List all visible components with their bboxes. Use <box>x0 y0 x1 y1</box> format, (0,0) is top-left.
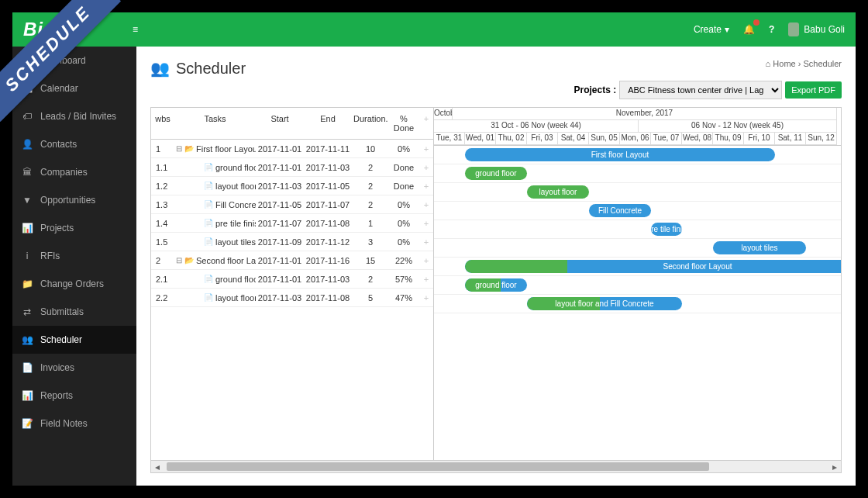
task-row[interactable]: 2.1📄ground floor2017-11-012017-11-03257%… <box>151 270 434 289</box>
add-task-icon[interactable]: + <box>424 182 429 191</box>
gantt-bar[interactable]: ground floor <box>465 278 527 292</box>
home-icon[interactable]: ⌂ <box>766 59 771 68</box>
cell-duration: 5 <box>352 289 389 307</box>
scroll-right-icon[interactable]: ▸ <box>828 462 841 472</box>
sidebar-icon: 👤 <box>22 139 33 150</box>
col-end[interactable]: End <box>304 108 352 140</box>
project-label: Projects : <box>574 85 616 95</box>
sidebar-icon: 📄 <box>22 362 33 373</box>
cell-task[interactable]: ⊟📂Second floor Lay <box>174 251 256 270</box>
project-select[interactable]: ABC Fitness town center drive | Laguna N… <box>619 81 782 99</box>
export-pdf-button[interactable]: Export PDF <box>785 81 842 99</box>
add-task-icon[interactable]: + <box>424 163 429 172</box>
task-row[interactable]: 1.5📄layout tiles2017-11-092017-11-1230%+ <box>151 233 434 251</box>
sidebar-item-field-notes[interactable]: 📝Field Notes <box>12 410 136 437</box>
sidebar-item-projects[interactable]: 📊Projects <box>12 214 136 242</box>
add-task-icon[interactable]: + <box>424 275 429 284</box>
task-name: Fill Concrete <box>215 200 256 209</box>
task-row[interactable]: 1.2📄layout floor2017-11-032017-11-052Don… <box>151 177 434 195</box>
add-task-icon[interactable]: + <box>424 144 429 154</box>
gantt-bar[interactable]: layout floor <box>527 185 589 199</box>
file-icon: 📄 <box>204 182 213 190</box>
notifications-icon[interactable]: 🔔 <box>743 24 755 35</box>
cell-duration: 15 <box>352 251 389 270</box>
cell-task[interactable]: 📄layout floor ar <box>174 289 256 307</box>
task-row[interactable]: 2⊟📂Second floor Lay2017-11-012017-11-161… <box>151 251 434 270</box>
add-column-icon[interactable]: + <box>424 114 429 123</box>
cell-duration: 2 <box>352 158 389 177</box>
timeline[interactable]: October, 20November, 201731 Oct - 06 Nov… <box>434 108 841 460</box>
sidebar-item-scheduler[interactable]: 👥Scheduler <box>12 326 136 354</box>
gantt-bar[interactable]: ground floor <box>465 167 527 180</box>
task-row[interactable]: 1.3📄Fill Concrete2017-11-052017-11-0720%… <box>151 195 434 214</box>
sidebar-item-contacts[interactable]: 👤Contacts <box>12 130 136 158</box>
sidebar-item-invoices[interactable]: 📄Invoices <box>12 354 136 382</box>
scroll-thumb[interactable] <box>167 462 709 471</box>
scroll-left-icon[interactable]: ◂ <box>151 462 164 472</box>
week-cell: 31 Oct - 06 Nov (week 44) <box>434 120 639 133</box>
horizontal-scrollbar[interactable]: ◂ ▸ <box>151 460 841 472</box>
day-cell: Fri, 10 <box>744 133 775 145</box>
cell-task[interactable]: 📄pre tile finish <box>174 214 256 233</box>
breadcrumb: ⌂ Home › Scheduler <box>766 59 842 68</box>
sidebar-item-label: Invoices <box>40 362 74 373</box>
cell-task[interactable]: ⊟📂First floor Layout <box>174 140 256 158</box>
day-cell: Fri, 03 <box>527 133 558 145</box>
gantt-bar[interactable]: layout floor and Fill Concrete <box>527 297 682 310</box>
cell-done: 0% <box>389 195 418 214</box>
timeline-row: First floor Layout <box>434 146 841 164</box>
day-cell: Sat, 04 <box>558 133 589 145</box>
col-start[interactable]: Start <box>256 108 304 140</box>
sidebar-item-leads-bid-invites[interactable]: 🏷Leads / Bid Invites <box>12 102 136 130</box>
gantt-bar[interactable]: First floor Layout <box>465 148 775 161</box>
chevron-down-icon: ▾ <box>725 24 729 35</box>
day-cell: Thu, 09 <box>713 133 744 145</box>
file-icon: 📄 <box>204 200 213 209</box>
cell-task[interactable]: 📄layout tiles <box>174 233 256 251</box>
add-task-icon[interactable]: + <box>424 237 429 247</box>
add-task-icon[interactable]: + <box>424 293 429 303</box>
col-done[interactable]: % Done <box>389 108 418 140</box>
cell-wbs: 1.1 <box>151 158 174 177</box>
sidebar-item-opportunities[interactable]: ▼Opportunities <box>12 186 136 214</box>
cell-end: 2017-11-03 <box>304 158 352 177</box>
task-row[interactable]: 1.4📄pre tile finish2017-11-072017-11-081… <box>151 214 434 233</box>
help-icon[interactable]: ? <box>769 24 774 35</box>
task-row[interactable]: 1⊟📂First floor Layout2017-11-012017-11-1… <box>151 140 434 158</box>
sidebar-item-rfis[interactable]: iRFIs <box>12 242 136 270</box>
folder-icon: 📂 <box>184 256 194 265</box>
task-name: First floor Layout <box>196 144 256 154</box>
cell-task[interactable]: 📄Fill Concrete <box>174 195 256 214</box>
task-row[interactable]: 2.2📄layout floor ar2017-11-032017-11-085… <box>151 289 434 307</box>
file-icon: 📄 <box>204 237 213 246</box>
collapse-icon[interactable]: ⊟ <box>176 144 182 153</box>
sidebar-item-label: Opportunities <box>40 195 95 206</box>
page-title: 👥 Scheduler <box>150 59 246 78</box>
gantt-bar[interactable]: layout tiles <box>713 241 806 254</box>
create-button[interactable]: Create ▾ <box>694 24 729 35</box>
cell-task[interactable]: 📄ground floor <box>174 270 256 289</box>
add-task-icon[interactable]: + <box>424 200 429 209</box>
sidebar-icon: 📁 <box>22 278 33 289</box>
sidebar-item-submittals[interactable]: ⇄Submittals <box>12 298 136 326</box>
gantt-bar[interactable]: pre tile finis <box>651 223 682 236</box>
gantt-bar[interactable]: Second floor Layout <box>465 260 841 273</box>
add-task-icon[interactable]: + <box>424 219 429 228</box>
task-row[interactable]: 1.1📄ground floor2017-11-012017-11-032Don… <box>151 158 434 177</box>
col-wbs[interactable]: wbs <box>151 108 174 140</box>
col-tasks[interactable]: Tasks <box>174 108 256 140</box>
sidebar: 📊Dashboard📅Calendar🏷Leads / Bid Invites👤… <box>12 47 136 486</box>
add-task-icon[interactable]: + <box>424 256 429 265</box>
cell-task[interactable]: 📄layout floor <box>174 177 256 195</box>
sidebar-item-reports[interactable]: 📊Reports <box>12 382 136 410</box>
user-menu[interactable]: Babu Goli <box>788 22 845 36</box>
sidebar-item-change-orders[interactable]: 📁Change Orders <box>12 270 136 298</box>
gantt-bar[interactable]: Fill Concrete <box>589 204 651 217</box>
sidebar-item-companies[interactable]: 🏛Companies <box>12 158 136 186</box>
cell-duration: 1 <box>352 214 389 233</box>
collapse-icon[interactable]: ⊟ <box>176 256 182 265</box>
col-duration[interactable]: Duration. <box>352 108 389 140</box>
sidebar-item-label: Contacts <box>40 139 77 150</box>
menu-toggle-icon[interactable]: ≡ <box>133 24 138 35</box>
cell-task[interactable]: 📄ground floor <box>174 158 256 177</box>
